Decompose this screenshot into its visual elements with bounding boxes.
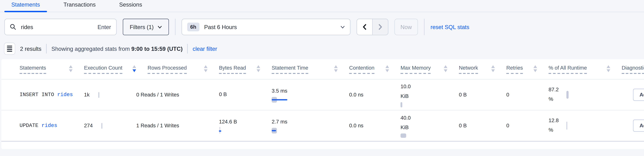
contention-value: 0.0 ns xyxy=(349,92,364,98)
search-enter-hint: Enter xyxy=(98,24,111,30)
search-box[interactable]: Enter xyxy=(4,19,117,35)
previous-time-button[interactable] xyxy=(357,19,372,35)
filters-button-label: Filters (1) xyxy=(130,24,154,30)
statement-fingerprint-link[interactable]: UPDATE rides xyxy=(20,111,84,141)
column-header-retries[interactable]: Retries xyxy=(506,59,548,79)
sql-keyword: UPDATE xyxy=(20,123,38,129)
network-value: 0 B xyxy=(459,123,467,129)
statement-time-cell: 2.7 ms xyxy=(272,111,349,141)
column-header-pct-runtime[interactable]: % of All Runtime xyxy=(548,59,622,79)
next-time-button[interactable] xyxy=(372,19,388,35)
list-icon xyxy=(7,46,12,52)
reset-sql-stats-link[interactable]: reset SQL stats xyxy=(430,24,469,30)
time-range-dropdown[interactable]: 6h Past 6 Hours xyxy=(182,19,350,35)
retries-cell: 0 xyxy=(506,80,548,110)
pct-runtime-cell: 12.8 % xyxy=(548,111,622,141)
chevron-down-icon xyxy=(158,25,162,28)
rows-processed-value: 1 Reads / 1 Writes xyxy=(136,123,179,129)
execution-count-bar xyxy=(102,123,102,129)
column-header-execution-count[interactable]: Execution Count xyxy=(84,59,148,79)
table-row: INSERT INTO rides 1k 0 Reads / 1 Writes … xyxy=(1,80,644,111)
bytes-read-cell: 124.6 B xyxy=(219,111,272,141)
column-header-statement-time[interactable]: Statement Time xyxy=(272,59,349,79)
rows-processed-cell: 1 Reads / 1 Writes xyxy=(136,111,219,141)
bytes-read-cell: 0 B xyxy=(219,80,272,110)
results-divider xyxy=(188,44,188,53)
activate-diagnostics-button[interactable]: Activate xyxy=(633,120,644,132)
network-cell: 0 B xyxy=(459,80,506,110)
sort-icon xyxy=(334,65,338,73)
statements-table-card: Statements Execution Count Rows Processe… xyxy=(1,59,644,149)
sort-icon xyxy=(606,65,610,73)
retries-cell: 0 xyxy=(506,111,548,141)
column-label: Rows Processed xyxy=(148,65,187,74)
column-label: Bytes Read xyxy=(219,65,246,74)
statement-time-bar xyxy=(272,97,298,103)
column-selector-button[interactable] xyxy=(4,43,15,55)
filters-button[interactable]: Filters (1) xyxy=(123,19,169,35)
contention-cell: 0.0 ns xyxy=(349,80,400,110)
tab-bar: Statements Transactions Sessions xyxy=(0,0,644,12)
tab-sessions[interactable]: Sessions xyxy=(112,0,149,12)
toolbar: Enter Filters (1) 6h Past 6 Hours xyxy=(4,19,644,35)
statement-time-bar xyxy=(272,128,298,134)
chevron-down-icon xyxy=(340,25,345,28)
max-memory-bar xyxy=(400,102,402,108)
activate-diagnostics-button[interactable]: Activate xyxy=(633,89,644,101)
search-icon xyxy=(10,24,16,30)
table-row: UPDATE rides 274 1 Reads / 1 Writes 124.… xyxy=(1,111,644,142)
sql-keyword: INSERT INTO xyxy=(20,92,54,98)
sql-table-name: rides xyxy=(42,123,57,129)
retries-value: 0 xyxy=(506,92,509,98)
chevron-left-icon xyxy=(362,24,366,30)
diagnostics-cell: Activate xyxy=(622,80,644,110)
execution-count-value: 1k xyxy=(84,92,90,98)
column-label: Retries xyxy=(506,65,523,74)
column-header-contention[interactable]: Contention xyxy=(349,59,400,79)
retries-value: 0 xyxy=(506,123,509,129)
toolbar-divider xyxy=(424,19,424,35)
sort-icon xyxy=(444,65,448,73)
sort-icon xyxy=(533,65,537,73)
tab-statements[interactable]: Statements xyxy=(4,0,47,12)
sort-icon xyxy=(69,65,73,73)
pct-runtime-cell: 87.2 % xyxy=(548,80,622,110)
column-header-statements[interactable]: Statements xyxy=(20,59,84,79)
toolbar-divider xyxy=(175,19,175,35)
search-input[interactable] xyxy=(20,23,94,31)
contention-cell: 0.0 ns xyxy=(349,111,400,141)
column-header-rows-processed[interactable]: Rows Processed xyxy=(148,59,219,79)
column-header-diagnostics[interactable]: Diagnostics xyxy=(622,59,644,79)
pct-runtime-bar xyxy=(566,91,569,99)
sort-icon-descending-active xyxy=(132,65,136,73)
max-memory-bar xyxy=(400,134,406,138)
column-label: Contention xyxy=(349,65,374,74)
tab-transactions[interactable]: Transactions xyxy=(56,0,103,12)
column-label: Network xyxy=(459,65,478,74)
column-label: Diagnostics xyxy=(622,65,644,74)
clear-filter-link[interactable]: clear filter xyxy=(193,45,217,52)
aggregation-summary: Showing aggregated stats from 9:00 to 15… xyxy=(52,45,182,52)
contention-value: 0.0 ns xyxy=(349,123,364,129)
pct-runtime-value: 12.8 % xyxy=(548,116,562,135)
now-button[interactable]: Now xyxy=(394,19,418,35)
page: Statements Transactions Sessions Enter F… xyxy=(0,0,644,156)
pct-runtime-value: 87.2 % xyxy=(548,85,562,104)
results-count: 2 results xyxy=(20,45,41,52)
pct-runtime-bar xyxy=(566,122,567,130)
column-header-network[interactable]: Network xyxy=(459,59,506,79)
diagnostics-cell: Activate xyxy=(622,111,644,141)
column-header-max-memory[interactable]: Max Memory xyxy=(400,59,459,79)
results-bar: 2 results Showing aggregated stats from … xyxy=(4,43,644,55)
aggregation-summary-range: 9:00 to 15:59 (UTC) xyxy=(132,45,183,52)
column-label: Statements xyxy=(20,65,46,74)
time-range-badge: 6h xyxy=(187,23,200,31)
max-memory-value: 40.0 KiB xyxy=(400,113,416,132)
bytes-read-bar xyxy=(219,127,222,134)
statement-fingerprint-link[interactable]: INSERT INTO rides xyxy=(20,80,84,110)
column-header-bytes-read[interactable]: Bytes Read xyxy=(219,59,272,79)
execution-count-bar xyxy=(98,92,99,98)
sort-icon xyxy=(385,65,389,73)
sort-icon xyxy=(491,65,495,73)
results-divider xyxy=(46,44,47,53)
